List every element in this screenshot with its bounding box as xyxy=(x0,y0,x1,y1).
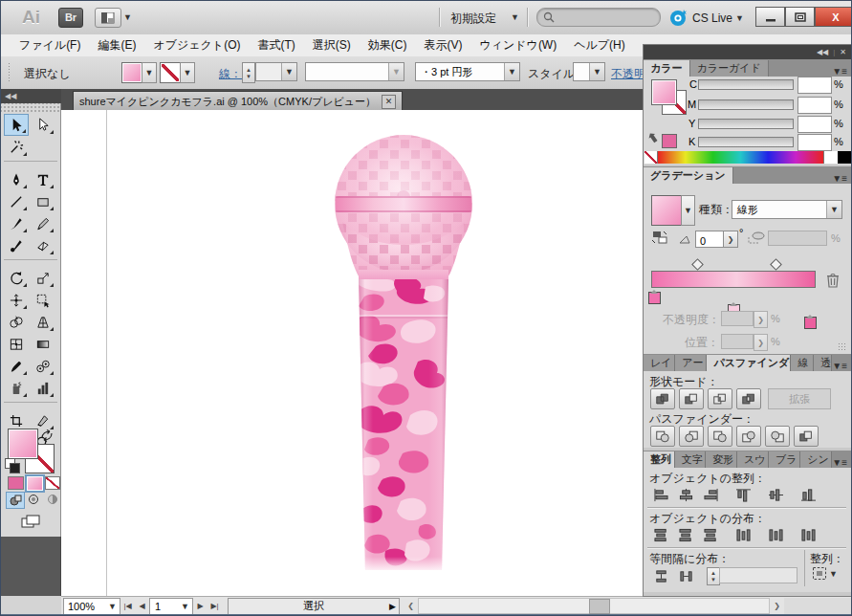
spacing-value-input[interactable] xyxy=(719,567,797,583)
gradient-midpoint-2[interactable] xyxy=(770,258,782,271)
tab-artboards[interactable]: アー xyxy=(675,355,707,371)
menu-view[interactable]: 表示(V) xyxy=(415,37,470,54)
tab-brushes[interactable]: ブラ xyxy=(769,451,800,468)
last-artboard-button[interactable]: ▶| xyxy=(208,599,222,614)
cyan-slider[interactable] xyxy=(698,79,794,90)
gradient-stop-1[interactable] xyxy=(648,292,661,304)
arrange-documents-button[interactable] xyxy=(95,8,121,28)
stroke-color-swatch[interactable] xyxy=(160,62,181,83)
toolbox-collapse-button[interactable]: ◀◀ xyxy=(1,89,61,103)
draw-normal-mode-button[interactable] xyxy=(6,492,25,509)
workspace-switcher[interactable]: 初期設定 xyxy=(450,11,496,27)
dock-collapse-icon[interactable]: ◀◀ xyxy=(817,48,828,56)
align-right-button[interactable] xyxy=(699,485,722,504)
tab-color[interactable]: カラー xyxy=(644,60,690,77)
type-tool[interactable] xyxy=(31,168,55,190)
color-fill-proxy[interactable] xyxy=(651,79,677,105)
distribute-middle-button[interactable] xyxy=(674,525,697,544)
gradient-swatch-thumbnail[interactable] xyxy=(651,195,682,226)
paintbrush-tool[interactable] xyxy=(4,212,29,234)
line-segment-tool[interactable] xyxy=(4,190,29,212)
pathfinder-panel-menu-icon[interactable]: ▼≡ xyxy=(832,361,851,371)
distribute-center-button[interactable] xyxy=(764,525,787,544)
fill-proxy-swatch[interactable] xyxy=(8,429,38,459)
tab-transparency[interactable]: 透 xyxy=(814,355,832,371)
magenta-value-input[interactable] xyxy=(797,97,832,114)
mesh-tool[interactable] xyxy=(4,333,29,355)
outline-button[interactable] xyxy=(765,426,790,447)
tab-gradient[interactable]: グラデーション xyxy=(644,167,733,184)
document-tab[interactable]: shureマイクピンクカモフラ.ai @ 100%（CMYK/プレビュー） ✕ xyxy=(73,91,403,111)
restore-button[interactable] xyxy=(785,7,815,27)
unite-button[interactable] xyxy=(650,388,675,409)
style-combo[interactable]: ▼ xyxy=(573,62,605,81)
color-panel-menu-icon[interactable]: ▼≡ xyxy=(832,66,851,77)
stroke-panel-link[interactable]: 線： xyxy=(219,66,242,82)
scale-tool[interactable] xyxy=(31,267,55,289)
expand-button[interactable]: 拡張 xyxy=(768,388,831,409)
status-popup-icon[interactable]: ▶ xyxy=(389,602,396,611)
tab-color-guide[interactable]: カラーガイド xyxy=(690,60,769,77)
first-artboard-button[interactable]: |◀ xyxy=(120,599,135,614)
cs-live-caret[interactable]: ▼ xyxy=(735,13,744,23)
last-color-swatch[interactable] xyxy=(662,134,677,148)
width-tool[interactable] xyxy=(4,289,29,311)
blob-brush-tool[interactable] xyxy=(4,234,29,256)
next-artboard-button[interactable]: ▶ xyxy=(193,599,208,614)
opacity-panel-link[interactable]: 不透明度 xyxy=(611,66,644,82)
fill-color-caret[interactable]: ▼ xyxy=(142,62,157,83)
hscroll-thumb[interactable] xyxy=(589,599,610,614)
status-display[interactable]: 選択 ▶ xyxy=(228,598,400,615)
tab-swatches[interactable]: スウ xyxy=(737,451,769,468)
align-bottom-button[interactable] xyxy=(797,485,819,504)
align-panel-menu-icon[interactable]: ▼≡ xyxy=(832,457,851,468)
width-profile-combo[interactable]: ▼ xyxy=(305,62,404,81)
distribute-left-button[interactable] xyxy=(732,525,754,544)
gradient-angle-caret[interactable]: ❯ xyxy=(723,231,738,248)
direct-selection-tool[interactable] xyxy=(31,114,55,136)
pencil-tool[interactable] xyxy=(31,212,55,234)
color-spectrum-bar[interactable] xyxy=(644,151,851,164)
selection-tool[interactable] xyxy=(4,114,29,136)
control-bar-grip[interactable] xyxy=(8,62,11,83)
crop-button[interactable] xyxy=(736,426,761,447)
align-middle-v-button[interactable] xyxy=(764,485,787,504)
document-close-icon[interactable]: ✕ xyxy=(382,95,396,109)
yellow-value-input[interactable] xyxy=(797,116,832,133)
magenta-slider[interactable] xyxy=(698,99,794,110)
gradient-slider-bar[interactable] xyxy=(651,271,816,288)
align-to-button[interactable]: ▼ xyxy=(812,566,838,581)
blend-tool[interactable] xyxy=(31,355,55,377)
menu-help[interactable]: ヘルプ(H) xyxy=(565,37,634,54)
menu-effect[interactable]: 効果(C) xyxy=(360,37,416,54)
spacing-stepper[interactable]: ▲▼ xyxy=(707,567,720,585)
horizontal-scrollbar[interactable] xyxy=(418,598,770,614)
column-graph-tool[interactable] xyxy=(31,377,55,399)
spectrum-white-swatch[interactable] xyxy=(823,151,838,164)
distribute-top-button[interactable] xyxy=(649,525,672,544)
distribute-right-button[interactable] xyxy=(797,525,819,544)
prev-artboard-button[interactable]: ◀ xyxy=(135,599,149,614)
stroke-color-caret[interactable]: ▼ xyxy=(180,62,195,83)
panel-resize-grip[interactable] xyxy=(838,342,847,350)
minus-front-button[interactable] xyxy=(679,388,704,409)
close-button[interactable]: X xyxy=(815,7,852,27)
divide-button[interactable] xyxy=(650,426,675,447)
menu-type[interactable]: 書式(T) xyxy=(249,37,303,54)
exclude-button[interactable] xyxy=(736,388,761,409)
workspace-caret[interactable]: ▼ xyxy=(511,12,519,22)
align-center-h-button[interactable] xyxy=(674,485,697,504)
perspective-grid-tool[interactable] xyxy=(31,311,55,333)
cs-live-menu[interactable]: CS Live xyxy=(692,11,732,25)
rotate-tool[interactable] xyxy=(4,267,29,289)
spectrum-gradient[interactable] xyxy=(658,151,823,164)
rectangle-tool[interactable] xyxy=(31,190,55,212)
stroke-weight-combo[interactable]: ▼ xyxy=(255,62,297,81)
artwork-microphone[interactable] xyxy=(326,128,484,578)
draw-behind-mode-button[interactable] xyxy=(25,492,42,507)
free-transform-tool[interactable] xyxy=(31,289,55,311)
screen-mode-button[interactable] xyxy=(18,513,43,530)
shape-builder-tool[interactable] xyxy=(4,311,29,333)
spectrum-none-swatch[interactable] xyxy=(644,151,658,164)
artboard-number-combo[interactable]: 1 ▼ xyxy=(149,598,193,615)
